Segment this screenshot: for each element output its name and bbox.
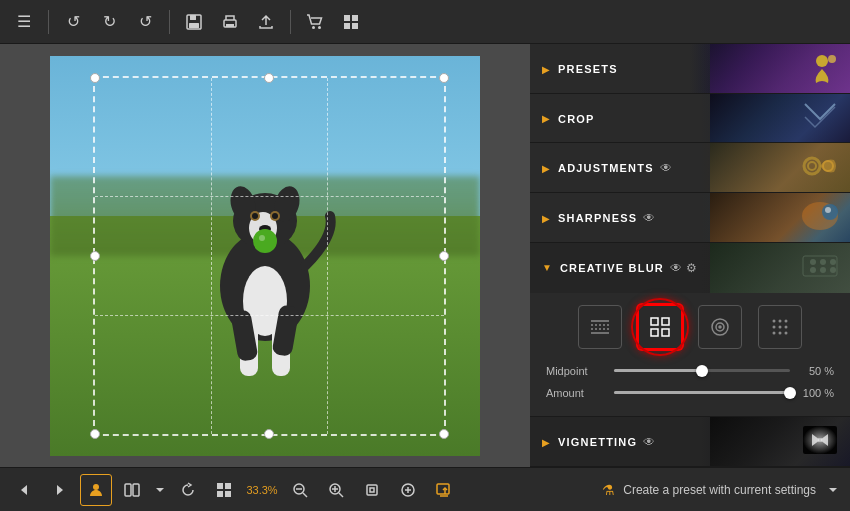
svg-rect-7 xyxy=(344,15,350,21)
creative-blur-gear-icon[interactable]: ⚙ xyxy=(686,261,697,275)
midpoint-slider[interactable] xyxy=(614,369,790,372)
creative-blur-eye-icon[interactable]: 👁 xyxy=(670,261,682,275)
svg-rect-70 xyxy=(217,491,223,497)
grid-view-button[interactable] xyxy=(335,6,367,38)
separator-2 xyxy=(169,10,170,34)
amount-row: Amount 100 % xyxy=(546,387,834,399)
separator-3 xyxy=(290,10,291,34)
preset-dropdown-button[interactable] xyxy=(824,474,842,506)
svg-rect-71 xyxy=(225,491,231,497)
canvas-area[interactable] xyxy=(0,44,530,467)
svg-line-74 xyxy=(303,493,307,497)
undo-button[interactable]: ↺ xyxy=(57,6,89,38)
midpoint-label: Midpoint xyxy=(546,365,606,377)
right-panel: ▶ PRESETS ▶ CROP ▶ ADJUS xyxy=(530,44,850,467)
section-crop-header[interactable]: ▶ CROP xyxy=(530,94,850,144)
compare-dropdown[interactable] xyxy=(152,474,168,506)
svg-point-6 xyxy=(318,26,321,29)
midpoint-fill xyxy=(614,369,702,372)
blur-type-radial[interactable] xyxy=(698,305,742,349)
amount-value: 100 % xyxy=(798,387,834,399)
cart-button[interactable] xyxy=(299,6,331,38)
svg-rect-50 xyxy=(662,329,669,336)
section-sharpness: ▶ SHARPNESS 👁 xyxy=(530,193,850,243)
svg-point-41 xyxy=(820,267,826,273)
amount-thumb[interactable] xyxy=(784,387,796,399)
section-adjustments-header[interactable]: ▶ ADJUSTMENTS 👁 xyxy=(530,143,850,193)
section-presets: ▶ PRESETS xyxy=(530,44,850,94)
sharpness-eye-icon[interactable]: 👁 xyxy=(643,211,655,225)
amount-slider[interactable] xyxy=(614,391,790,394)
blur-type-grid[interactable] xyxy=(638,305,682,349)
adjustments-arrow: ▶ xyxy=(542,163,550,174)
midpoint-row: Midpoint 50 % xyxy=(546,365,834,377)
svg-point-28 xyxy=(816,55,828,67)
svg-point-20 xyxy=(272,213,278,219)
svg-point-65 xyxy=(93,484,99,490)
menu-button[interactable]: ☰ xyxy=(8,6,40,38)
bottom-status-bar: ⚗ Create a preset with current settings xyxy=(602,474,842,506)
creative-blur-arrow: ▼ xyxy=(542,262,552,273)
creative-blur-label: CREATIVE BLUR xyxy=(560,262,664,274)
svg-rect-36 xyxy=(803,256,837,276)
midpoint-value: 50 % xyxy=(798,365,834,377)
svg-point-23 xyxy=(259,235,265,241)
svg-point-35 xyxy=(825,207,831,213)
svg-line-78 xyxy=(339,493,343,497)
svg-rect-47 xyxy=(651,318,658,325)
zoom-fit-button[interactable] xyxy=(392,474,424,506)
creative-blur-content: Midpoint 50 % Amount 100 % xyxy=(530,293,850,417)
vignetting-eye-icon[interactable]: 👁 xyxy=(643,435,655,449)
section-sharpness-header[interactable]: ▶ SHARPNESS 👁 xyxy=(530,193,850,243)
print-button[interactable] xyxy=(214,6,246,38)
svg-rect-64 xyxy=(818,438,822,442)
zoom-in-button[interactable] xyxy=(320,474,352,506)
presets-label: PRESETS xyxy=(558,63,618,75)
svg-point-38 xyxy=(820,259,826,265)
section-creative-blur-header[interactable]: ▼ CREATIVE BLUR 👁 ⚙ xyxy=(530,243,850,293)
blur-type-linear[interactable] xyxy=(578,305,622,349)
svg-point-58 xyxy=(779,325,782,328)
adjustments-eye-icon[interactable]: 👁 xyxy=(660,161,672,175)
crop-label: CROP xyxy=(558,113,595,125)
dog-figure xyxy=(175,156,355,416)
section-crop: ▶ CROP xyxy=(530,94,850,144)
svg-rect-1 xyxy=(190,15,196,20)
section-presets-header[interactable]: ▶ PRESETS xyxy=(530,44,850,94)
rotate-button[interactable] xyxy=(172,474,204,506)
amount-fill xyxy=(614,391,790,394)
svg-point-62 xyxy=(785,331,788,334)
compare-button[interactable] xyxy=(116,474,148,506)
person-button[interactable] xyxy=(80,474,112,506)
undo2-button[interactable]: ↻ xyxy=(93,6,125,38)
svg-rect-4 xyxy=(226,24,234,27)
svg-point-29 xyxy=(828,55,836,63)
svg-point-60 xyxy=(773,331,776,334)
svg-rect-48 xyxy=(662,318,669,325)
save-button[interactable] xyxy=(178,6,210,38)
prev-nav-button[interactable] xyxy=(8,474,40,506)
redo-button[interactable]: ↺ xyxy=(129,6,161,38)
vignetting-label: VIGNETTING xyxy=(558,436,637,448)
share-button[interactable] xyxy=(250,6,282,38)
export-button[interactable] xyxy=(428,474,460,506)
blur-type-dots[interactable] xyxy=(758,305,802,349)
svg-point-39 xyxy=(830,259,836,265)
svg-point-22 xyxy=(253,229,277,253)
crop-arrow: ▶ xyxy=(542,113,550,124)
section-adjustments: ▶ ADJUSTMENTS 👁 xyxy=(530,143,850,193)
main-area: ▶ PRESETS ▶ CROP ▶ ADJUS xyxy=(0,44,850,467)
section-vignetting-header[interactable]: ▶ VIGNETTING 👁 xyxy=(530,417,850,467)
grid-size-button[interactable] xyxy=(208,474,240,506)
midpoint-thumb[interactable] xyxy=(696,365,708,377)
svg-point-42 xyxy=(830,267,836,273)
next-nav-button[interactable] xyxy=(44,474,76,506)
top-toolbar: ☰ ↺ ↻ ↺ xyxy=(0,0,850,44)
svg-point-40 xyxy=(810,267,816,273)
svg-point-53 xyxy=(719,326,721,328)
adjustments-label: ADJUSTMENTS xyxy=(558,162,654,174)
fit-button[interactable] xyxy=(356,474,388,506)
zoom-out-button[interactable] xyxy=(284,474,316,506)
svg-point-30 xyxy=(804,158,820,174)
svg-rect-10 xyxy=(352,23,358,29)
